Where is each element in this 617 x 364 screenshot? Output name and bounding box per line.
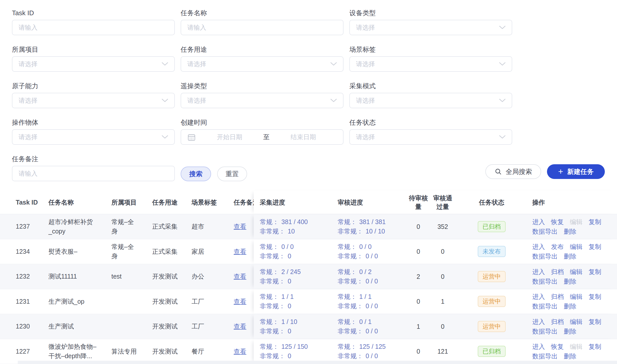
action-copy[interactable]: 复制 <box>589 317 601 326</box>
cell-task-id: 1230 <box>0 322 48 331</box>
status-badge: 运营中 <box>478 296 506 307</box>
scene-tag-select[interactable]: 请选择 <box>349 56 512 72</box>
action-delete[interactable]: 删除 <box>564 351 576 361</box>
object-label: 操作物体 <box>12 119 175 126</box>
calendar-icon <box>187 133 196 141</box>
action-enter[interactable]: 进入 <box>532 267 545 277</box>
header-usage: 任务用途 <box>152 198 192 207</box>
action-edit[interactable]: 编辑 <box>570 242 582 251</box>
header-task-id: Task ID <box>0 198 48 207</box>
cell-usage: 正式采集 <box>152 222 192 231</box>
task-name-label: 任务名称 <box>181 9 344 17</box>
search-button[interactable]: 搜索 <box>181 167 211 181</box>
task-id-input[interactable]: 请输入 <box>12 20 175 35</box>
field-teleop-type: 遥操类型 请选择 <box>181 82 344 108</box>
action-publish[interactable]: 发布 <box>551 242 564 251</box>
chevron-down-icon <box>499 26 506 30</box>
status-badge: 运营中 <box>478 321 506 332</box>
start-date-placeholder: 开始日期 <box>217 133 242 141</box>
action-enter[interactable]: 进入 <box>532 317 545 326</box>
task-status-placeholder: 请选择 <box>356 133 375 141</box>
horizontal-scrollbar[interactable] <box>18 361 617 364</box>
cell-scene: 工厂 <box>192 322 234 331</box>
cell-approved-count: 352 <box>431 222 455 231</box>
field-task-note: 任务备注 请输入 <box>12 155 175 181</box>
action-edit[interactable]: 编辑 <box>570 267 582 277</box>
view-note-link[interactable]: 查看 <box>234 223 246 230</box>
action-export[interactable]: 数据导出 <box>532 277 558 286</box>
action-archive[interactable]: 归档 <box>551 317 564 326</box>
task-name-input[interactable]: 请输入 <box>181 20 344 35</box>
cell-scene: 餐厅 <box>192 347 234 356</box>
table-row: 1230 生产测试 开发测试 工厂 查看 常规：1 / 10 非常规：0 常规：… <box>0 314 617 339</box>
task-status-select[interactable]: 请选择 <box>349 129 512 145</box>
create-task-button[interactable]: + 新建任务 <box>547 164 605 179</box>
header-status: 任务状态 <box>455 198 528 207</box>
chevron-down-icon <box>330 99 337 103</box>
object-select[interactable]: 请选择 <box>12 129 175 145</box>
global-search-button[interactable]: 全局搜索 <box>485 164 541 179</box>
task-note-input[interactable]: 请输入 <box>12 166 175 181</box>
action-archive[interactable]: 归档 <box>551 267 564 277</box>
reset-button[interactable]: 重置 <box>217 167 247 181</box>
view-note-link[interactable]: 查看 <box>234 323 246 330</box>
view-note-link[interactable]: 查看 <box>234 273 246 280</box>
cell-name: 超市冷鲜柜补货_copy <box>48 217 111 236</box>
cell-pending-count: 0 <box>406 347 431 356</box>
cell-review-progress: 常规：0 / 0 非常规：0 / 0 <box>338 242 406 261</box>
field-scene-tag: 场景标签 请选择 <box>349 46 512 72</box>
action-restore[interactable]: 恢复 <box>551 342 564 351</box>
action-export[interactable]: 数据导出 <box>532 251 558 261</box>
atomic-ability-select[interactable]: 请选择 <box>12 93 175 108</box>
teleop-type-select[interactable]: 请选择 <box>181 93 344 108</box>
action-copy[interactable]: 复制 <box>589 342 601 351</box>
field-usage: 任务用途 请选择 <box>181 46 344 72</box>
cell-review-progress: 常规：1 / 1 非常规：0 / 0 <box>338 292 406 311</box>
device-type-select[interactable]: 请选择 <box>349 20 512 35</box>
action-export[interactable]: 数据导出 <box>532 301 558 311</box>
view-note-link[interactable]: 查看 <box>234 248 246 255</box>
action-export[interactable]: 数据导出 <box>532 326 558 336</box>
cell-collect-progress: 常规：381 / 400 非常规：10 <box>254 217 338 236</box>
task-status-label: 任务状态 <box>349 119 512 126</box>
action-edit[interactable]: 编辑 <box>570 317 582 326</box>
field-create-time: 创建时间 开始日期 至 结束日期 <box>181 119 344 145</box>
action-restore[interactable]: 恢复 <box>551 217 564 227</box>
cell-scene: 办公 <box>192 272 234 281</box>
chevron-down-icon <box>499 135 506 139</box>
chevron-down-icon <box>499 62 506 66</box>
chevron-down-icon <box>162 99 168 103</box>
field-task-id: Task ID 请输入 <box>12 9 175 35</box>
action-delete[interactable]: 删除 <box>564 277 576 286</box>
action-archive[interactable]: 归档 <box>551 292 564 301</box>
project-select[interactable]: 请选择 <box>12 56 175 72</box>
action-edit[interactable]: 编辑 <box>570 292 582 301</box>
action-copy[interactable]: 复制 <box>589 267 601 277</box>
action-copy[interactable]: 复制 <box>589 242 601 251</box>
action-delete[interactable]: 删除 <box>564 326 576 336</box>
view-note-link[interactable]: 查看 <box>234 348 246 355</box>
action-enter[interactable]: 进入 <box>532 342 545 351</box>
action-enter[interactable]: 进入 <box>532 292 545 301</box>
cell-task-id: 1234 <box>0 247 48 256</box>
action-export[interactable]: 数据导出 <box>532 351 558 361</box>
create-time-range[interactable]: 开始日期 至 结束日期 <box>181 129 344 145</box>
action-delete[interactable]: 删除 <box>564 301 576 311</box>
action-copy[interactable]: 复制 <box>589 217 601 227</box>
toolbar: 全局搜索 + 新建任务 <box>485 164 605 179</box>
table-row: 1234 熨烫衣服– 常规–全身 正式采集 家居 查看 常规：0 / 0 非常规… <box>0 239 617 264</box>
cell-scene: 家居 <box>192 247 234 256</box>
atomic-ability-label: 原子能力 <box>12 82 175 90</box>
collect-mode-select[interactable]: 请选择 <box>349 93 512 108</box>
action-enter[interactable]: 进入 <box>532 217 545 227</box>
usage-select[interactable]: 请选择 <box>181 56 344 72</box>
view-note-link[interactable]: 查看 <box>234 298 246 305</box>
action-delete[interactable]: 删除 <box>564 251 576 261</box>
action-copy[interactable]: 复制 <box>589 292 601 301</box>
action-export[interactable]: 数据导出 <box>532 227 558 236</box>
action-delete[interactable]: 删除 <box>564 227 576 236</box>
cell-actions: 进入 归档 编辑 复制 数据导出 删除 <box>528 317 617 336</box>
action-edit: 编辑 <box>570 342 582 351</box>
action-enter[interactable]: 进入 <box>532 242 545 251</box>
object-placeholder: 请选择 <box>19 133 38 141</box>
